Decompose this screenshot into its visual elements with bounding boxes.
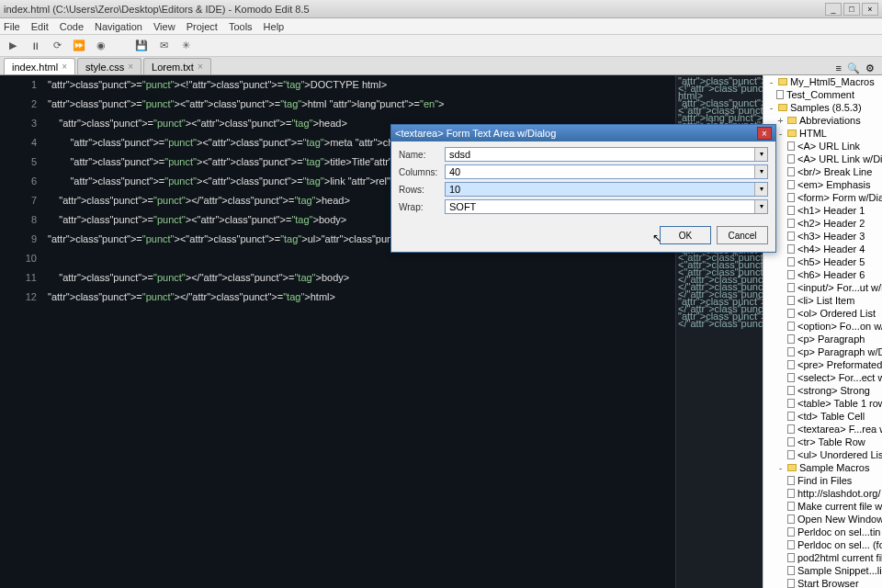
save-icon[interactable]: 💾 bbox=[134, 39, 149, 53]
sidebar-item[interactable]: <form> Form w/Dialog bbox=[763, 191, 882, 204]
file-icon bbox=[787, 244, 795, 254]
sidebar-item[interactable]: <h5> Header 5 bbox=[763, 255, 882, 268]
sidebar-item[interactable]: <select> For...ect w/Dialog bbox=[763, 371, 882, 384]
rows-input[interactable]: 10 ▾ bbox=[445, 182, 768, 197]
sidebar-item[interactable]: <td> Table Cell bbox=[763, 410, 882, 423]
sidebar-item[interactable]: <h4> Header 4 bbox=[763, 243, 882, 255]
pause-icon[interactable]: ⏸ bbox=[28, 39, 42, 53]
tab-label: Lorem.txt bbox=[152, 62, 194, 73]
close-icon[interactable]: × bbox=[62, 62, 67, 72]
sidebar-item[interactable]: <A> URL Link w/Dialog bbox=[763, 153, 882, 165]
expand-icon[interactable]: - bbox=[776, 462, 785, 473]
line-gutter: 123456789101112 bbox=[0, 75, 44, 307]
sidebar-item[interactable]: +Abbreviations bbox=[763, 114, 882, 127]
step-icon[interactable]: ⏩ bbox=[72, 39, 86, 53]
sidebar-item[interactable]: Sample Snippet...lick to Insert bbox=[763, 564, 882, 577]
sidebar-item[interactable]: Perldoc on sel... (for modules) bbox=[763, 538, 882, 551]
file-icon bbox=[787, 579, 795, 588]
refresh-icon[interactable]: ⟳ bbox=[50, 39, 64, 53]
sidebar-item[interactable]: <ol> Ordered List bbox=[763, 307, 882, 320]
expand-icon[interactable]: + bbox=[776, 115, 785, 126]
sidebar-item[interactable]: <strong> Strong bbox=[763, 384, 882, 397]
sidebar-item[interactable]: <textarea> F...rea w/Dialog bbox=[763, 423, 882, 435]
close-icon[interactable]: × bbox=[198, 62, 203, 72]
list-icon[interactable]: ≡ bbox=[836, 62, 842, 74]
menu-project[interactable]: Project bbox=[187, 21, 218, 32]
sidebar-item[interactable]: -My_Html5_Macros bbox=[763, 75, 882, 88]
sidebar-item[interactable]: <br/> Break Line bbox=[763, 165, 882, 178]
chevron-down-icon[interactable]: ▾ bbox=[754, 200, 767, 213]
sidebar-item[interactable]: <tr> Table Row bbox=[763, 435, 882, 448]
sidebar-item[interactable]: http://slashdot.org/ bbox=[763, 487, 882, 500]
menu-file[interactable]: File bbox=[4, 21, 20, 32]
sidebar-item-label: <table> Table 1 row 1 col bbox=[797, 398, 882, 409]
sidebar-item[interactable]: <li> List Item bbox=[763, 294, 882, 307]
sidebar-item-label: <A> URL Link bbox=[797, 141, 860, 152]
sidebar-item[interactable]: Make current file writeable bbox=[763, 500, 882, 513]
close-icon[interactable]: × bbox=[128, 62, 133, 72]
sidebar-item-label: <p> Paragraph bbox=[797, 334, 865, 345]
sidebar-item[interactable]: <h3> Header 3 bbox=[763, 230, 882, 243]
sidebar-item[interactable]: <p> Paragraph bbox=[763, 333, 882, 345]
cancel-button[interactable]: Cancel bbox=[717, 226, 768, 244]
chevron-down-icon[interactable]: ▾ bbox=[754, 165, 767, 178]
sidebar-item[interactable]: <h6> Header 6 bbox=[763, 268, 882, 281]
sidebar-item[interactable]: <ul> Unordered List bbox=[763, 448, 882, 461]
file-icon bbox=[787, 219, 795, 228]
chevron-down-icon[interactable]: ▾ bbox=[754, 148, 767, 161]
sidebar-item[interactable]: -Samples (8.5.3) bbox=[763, 101, 882, 114]
sidebar-item[interactable]: <input/> For...ut w/Dialog bbox=[763, 281, 882, 294]
tab-lorem-txt[interactable]: Lorem.txt × bbox=[143, 58, 211, 74]
sidebar-item[interactable]: Find in Files bbox=[763, 474, 882, 487]
sidebar-item[interactable]: <pre> Preformated Text bbox=[763, 358, 882, 371]
bug-icon[interactable]: ✳ bbox=[178, 39, 193, 53]
tab-style-css[interactable]: style.css × bbox=[77, 58, 141, 74]
expand-icon[interactable]: - bbox=[767, 76, 775, 87]
maximize-button[interactable]: □ bbox=[843, 3, 860, 16]
dialog-titlebar[interactable]: <textarea> Form Text Area w/Dialog × bbox=[391, 125, 775, 141]
sidebar-item-label: <input/> For...ut w/Dialog bbox=[797, 282, 882, 293]
menu-tools[interactable]: Tools bbox=[229, 21, 253, 32]
search-icon[interactable]: 🔍 bbox=[847, 62, 860, 74]
expand-icon[interactable]: - bbox=[776, 128, 785, 139]
chevron-down-icon[interactable]: ▾ bbox=[754, 183, 767, 196]
file-icon bbox=[787, 476, 795, 485]
toolbox-sidebar[interactable]: -My_Html5_MacrosTest_Comment-Samples (8.… bbox=[763, 75, 882, 588]
sidebar-item[interactable]: <option> Fo...on w/Dialog bbox=[763, 320, 882, 333]
sidebar-item[interactable]: <p> Paragraph w/Dialog bbox=[763, 345, 882, 358]
stop-icon[interactable]: ◉ bbox=[94, 39, 108, 53]
columns-input[interactable]: 40 ▾ bbox=[445, 164, 768, 179]
file-icon bbox=[787, 553, 795, 562]
sidebar-item[interactable]: Test_Comment bbox=[763, 88, 882, 101]
file-icon bbox=[787, 489, 795, 498]
close-button[interactable]: × bbox=[862, 3, 878, 16]
expand-icon[interactable]: - bbox=[767, 102, 775, 113]
wrap-input[interactable]: SOFT ▾ bbox=[445, 199, 768, 214]
name-input[interactable]: sdsd ▾ bbox=[445, 147, 768, 162]
sidebar-item[interactable]: <h2> Header 2 bbox=[763, 217, 882, 230]
minimize-button[interactable]: _ bbox=[825, 3, 842, 16]
file-icon bbox=[787, 154, 795, 164]
tab-index-html[interactable]: index.html × bbox=[4, 58, 75, 74]
menu-edit[interactable]: Edit bbox=[31, 21, 49, 32]
menu-code[interactable]: Code bbox=[60, 21, 84, 32]
menu-navigation[interactable]: Navigation bbox=[95, 21, 142, 32]
sidebar-item[interactable]: Open New Window bbox=[763, 513, 882, 526]
gear-icon[interactable]: ⚙ bbox=[865, 62, 875, 74]
mail-icon[interactable]: ✉ bbox=[156, 39, 171, 53]
sidebar-item[interactable]: <em> Emphasis bbox=[763, 178, 882, 191]
sidebar-item-label: <form> Form w/Dialog bbox=[797, 192, 882, 203]
sidebar-item[interactable]: Perldoc on sel...tin functions) bbox=[763, 526, 882, 538]
ok-button[interactable]: OK bbox=[660, 226, 711, 244]
sidebar-item[interactable]: Start Browser bbox=[763, 577, 882, 588]
sidebar-item[interactable]: <h1> Header 1 bbox=[763, 204, 882, 217]
menu-view[interactable]: View bbox=[153, 21, 175, 32]
sidebar-item[interactable]: <A> URL Link bbox=[763, 140, 882, 153]
menu-help[interactable]: Help bbox=[264, 21, 285, 32]
play-icon[interactable]: ▶ bbox=[6, 39, 20, 53]
sidebar-item[interactable]: pod2html current file bbox=[763, 551, 882, 564]
sidebar-item[interactable]: -HTML bbox=[763, 127, 882, 140]
dialog-close-button[interactable]: × bbox=[757, 127, 772, 140]
sidebar-item[interactable]: -Sample Macros bbox=[763, 461, 882, 474]
sidebar-item[interactable]: <table> Table 1 row 1 col bbox=[763, 397, 882, 410]
